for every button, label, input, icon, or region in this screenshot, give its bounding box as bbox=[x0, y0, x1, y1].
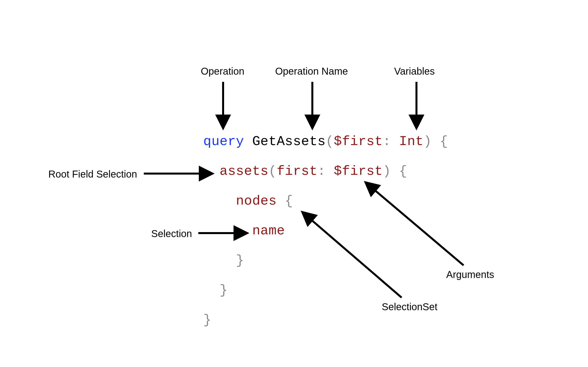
token-arg-value: $first bbox=[334, 164, 383, 179]
token-indent bbox=[203, 223, 252, 238]
token-space bbox=[391, 134, 399, 149]
token-arg-name: first bbox=[277, 164, 318, 179]
label-variables: Variables bbox=[394, 66, 435, 77]
token-brace-close: } bbox=[236, 253, 244, 268]
code-line-4: name bbox=[203, 223, 285, 238]
code-line-3: nodes { bbox=[203, 193, 293, 209]
token-paren-close: ) bbox=[383, 164, 391, 179]
label-selection-set: SelectionSet bbox=[382, 301, 438, 312]
token-field-nodes: nodes bbox=[236, 193, 277, 209]
token-type-int: Int bbox=[399, 134, 424, 149]
code-line-7: } bbox=[203, 312, 211, 328]
label-root-field-selection: Root Field Selection bbox=[48, 169, 137, 180]
token-brace-close: } bbox=[220, 283, 228, 298]
label-selection: Selection bbox=[151, 228, 192, 239]
token-space bbox=[432, 134, 440, 149]
code-line-5: } bbox=[203, 253, 244, 268]
diagram-canvas: Operation Operation Name Variables Root … bbox=[0, 0, 588, 367]
token-field-assets: assets bbox=[220, 164, 268, 179]
token-keyword-query: query bbox=[203, 134, 244, 149]
token-variable-name: $first bbox=[334, 134, 383, 149]
token-space bbox=[326, 164, 334, 179]
code-line-1: query GetAssets($first: Int) { bbox=[203, 134, 448, 149]
label-operation-name: Operation Name bbox=[275, 66, 348, 77]
token-space bbox=[391, 164, 399, 179]
code-line-2: assets(first: $first) { bbox=[203, 164, 407, 179]
arrow-selection-set bbox=[304, 213, 402, 298]
token-brace-open: { bbox=[399, 164, 407, 179]
token-space bbox=[244, 134, 252, 149]
token-paren-open: ( bbox=[268, 164, 277, 179]
token-brace-open: { bbox=[285, 193, 293, 209]
arrow-arguments bbox=[367, 184, 464, 265]
token-operation-name: GetAssets bbox=[252, 134, 325, 149]
token-brace-close: } bbox=[203, 312, 211, 328]
code-line-6: } bbox=[203, 283, 228, 298]
label-arguments: Arguments bbox=[446, 269, 494, 280]
token-paren-open: ( bbox=[326, 134, 334, 149]
arrows-layer bbox=[0, 0, 588, 367]
token-brace-open: { bbox=[440, 134, 448, 149]
token-indent bbox=[203, 283, 220, 298]
token-space bbox=[277, 193, 285, 209]
token-colon: : bbox=[318, 164, 326, 179]
token-field-name: name bbox=[252, 223, 285, 238]
token-indent bbox=[203, 193, 236, 209]
token-indent bbox=[203, 253, 236, 268]
token-colon: : bbox=[383, 134, 391, 149]
token-indent bbox=[203, 164, 220, 179]
token-paren-close: ) bbox=[423, 134, 432, 149]
label-operation: Operation bbox=[201, 66, 244, 77]
